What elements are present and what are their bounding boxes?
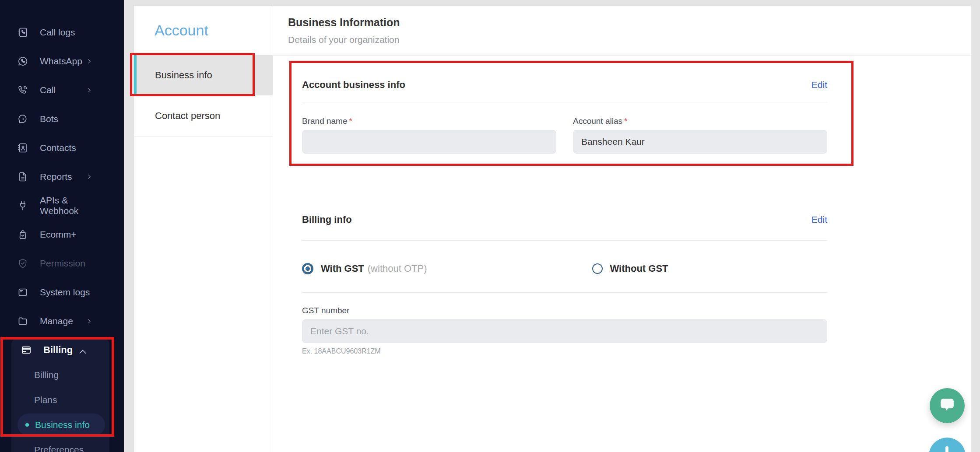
- sidebar-item-label: Permission: [40, 258, 85, 269]
- divider: [302, 102, 827, 102]
- chevron-right-icon: [84, 58, 95, 65]
- sidebar-subitem-label: Preferences: [34, 445, 84, 452]
- call-icon: [18, 85, 28, 95]
- gst-number-input[interactable]: [302, 319, 827, 343]
- sidebar-subitem-label: Business info: [35, 420, 90, 430]
- sidebar-item-bots[interactable]: Bots: [0, 105, 124, 133]
- sidebar-item-call-logs[interactable]: Call logs: [0, 18, 124, 47]
- sidebar-item-billing[interactable]: Billing: [11, 338, 109, 362]
- form-content: Account business info Edit Brand name* A…: [302, 56, 827, 355]
- tab-label: Business info: [155, 70, 212, 81]
- divider: [302, 240, 827, 241]
- sidebar-item-label: System logs: [40, 287, 90, 298]
- chevron-right-icon: [84, 318, 95, 325]
- radio-label-suffix: (without OTP): [368, 263, 427, 274]
- manage-icon: [18, 316, 28, 326]
- sidebar-subitem-label: Plans: [34, 395, 57, 405]
- call-logs-icon: [18, 27, 28, 38]
- sidebar-item-call[interactable]: Call: [0, 76, 124, 105]
- account-alias-field-group: Account alias*: [573, 116, 827, 154]
- sidebar-item-manage[interactable]: Manage: [0, 307, 124, 336]
- required-asterisk: *: [349, 116, 352, 126]
- sidebar-item-contacts[interactable]: Contacts: [0, 133, 124, 162]
- sidebar-item-label: Call: [40, 85, 56, 95]
- divider: [302, 292, 827, 293]
- billing-icon: [21, 345, 32, 355]
- sidebar-subitem-label: Billing: [34, 370, 59, 380]
- gst-radio-group: With GST (without OTP) Without GST: [302, 263, 827, 275]
- sidebar-item-permission[interactable]: Permission: [0, 249, 124, 278]
- sidebar-item-label: Manage: [40, 316, 73, 326]
- chat-widget-button[interactable]: [930, 388, 965, 423]
- business-edit-button[interactable]: Edit: [811, 80, 827, 90]
- radio-selected-icon: [302, 263, 313, 274]
- chevron-right-icon: [84, 173, 95, 180]
- sidebar-item-label: WhatsApp: [40, 56, 82, 67]
- gst-number-label: GST number: [302, 306, 827, 315]
- sidebar-nav: Call logs WhatsApp Call Bots Contacts Re…: [0, 0, 124, 336]
- radio-unselected-icon: [592, 263, 603, 274]
- sidebar-item-label: Ecomm+: [40, 229, 76, 240]
- brand-name-field-group: Brand name*: [302, 116, 556, 154]
- chevron-up-icon: [77, 347, 88, 354]
- sidebar-subitem-plans[interactable]: Plans: [11, 387, 109, 412]
- radio-label: With GST: [321, 263, 364, 274]
- plus-icon: [945, 446, 948, 452]
- system-logs-icon: [18, 287, 28, 298]
- sidebar-group-billing: Billing Billing Plans Business info Pref…: [11, 338, 109, 452]
- chevron-right-icon: [84, 87, 95, 94]
- sidebar-subitem-billing[interactable]: Billing: [11, 362, 109, 387]
- sidebar-item-reports[interactable]: Reports: [0, 162, 124, 191]
- business-section-header: Account business info Edit: [302, 79, 827, 91]
- tab-label: Contact person: [155, 110, 220, 122]
- radio-with-gst[interactable]: With GST (without OTP): [302, 263, 427, 274]
- page-title: Business Information: [288, 16, 971, 29]
- tab-contact-person[interactable]: Contact person: [134, 95, 273, 137]
- sidebar-item-label: Billing: [43, 344, 73, 356]
- sidebar-item-label: Contacts: [40, 143, 76, 153]
- sidebar-item-whatsapp[interactable]: WhatsApp: [0, 47, 124, 76]
- radio-label: Without GST: [610, 263, 668, 274]
- account-panel-header: Account: [134, 6, 273, 55]
- account-panel: Account Business info Contact person: [134, 6, 273, 452]
- label-text: Account alias: [573, 116, 622, 126]
- gst-helper-text: Ex. 18AABCU9603R1ZM: [302, 347, 827, 355]
- whatsapp-icon: [18, 56, 28, 67]
- sidebar-item-label: Reports: [40, 172, 72, 182]
- permission-icon: [18, 258, 28, 269]
- sidebar-item-system-logs[interactable]: System logs: [0, 278, 124, 307]
- account-alias-input[interactable]: [573, 130, 827, 154]
- gst-field-group: [302, 315, 827, 343]
- account-alias-label: Account alias*: [573, 116, 827, 126]
- sidebar-item-label: Call logs: [40, 27, 75, 38]
- billing-edit-button[interactable]: Edit: [811, 214, 827, 225]
- active-bullet-icon: [25, 423, 29, 427]
- bots-icon: [18, 114, 28, 124]
- tab-business-info[interactable]: Business info: [134, 55, 273, 95]
- radio-without-gst[interactable]: Without GST: [592, 263, 668, 274]
- sidebar-subitem-preferences[interactable]: Preferences: [11, 437, 109, 452]
- business-fields-row: Brand name* Account alias*: [302, 116, 827, 154]
- page-header: Business Information Details of your org…: [273, 6, 971, 56]
- chat-bubble-icon: [938, 396, 956, 415]
- label-text: Brand name: [302, 116, 348, 126]
- ecomm-icon: [18, 229, 28, 240]
- sidebar-item-ecomm[interactable]: Ecomm+: [0, 220, 124, 249]
- sidebar-subitem-business-info[interactable]: Business info: [18, 413, 105, 436]
- billing-section-title: Billing info: [302, 214, 352, 225]
- business-section-title: Account business info: [302, 79, 405, 91]
- page-subtitle: Details of your organization: [288, 35, 971, 45]
- required-asterisk: *: [624, 116, 627, 126]
- sidebar-item-label: Bots: [40, 114, 58, 124]
- reports-icon: [18, 172, 28, 182]
- account-panel-title: Account: [155, 22, 208, 39]
- sidebar-item-apis-webhook[interactable]: APIs & Webhook: [0, 191, 124, 220]
- main-content-card: Business Information Details of your org…: [273, 6, 971, 452]
- billing-section-header: Billing info Edit: [302, 214, 827, 225]
- contacts-icon: [18, 143, 28, 153]
- sidebar: Call logs WhatsApp Call Bots Contacts Re…: [0, 0, 124, 452]
- sidebar-item-label: APIs & Webhook: [40, 195, 106, 216]
- apis-webhook-icon: [18, 200, 28, 211]
- brand-name-label: Brand name*: [302, 116, 556, 126]
- brand-name-input[interactable]: [302, 130, 556, 154]
